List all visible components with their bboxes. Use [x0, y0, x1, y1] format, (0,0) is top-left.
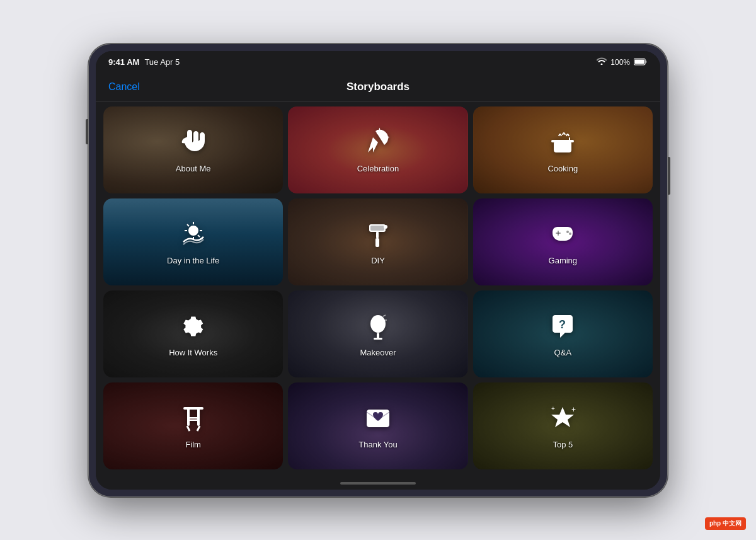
- storyboard-grid-container: About Me: [96, 101, 660, 477]
- celebration-label: Celebration: [357, 164, 399, 173]
- svg-text:?: ?: [559, 318, 566, 331]
- svg-rect-4: [554, 141, 571, 152]
- svg-point-21: [566, 231, 569, 233]
- nav-title: Storyboards: [346, 81, 410, 93]
- grid-item-film[interactable]: Film: [103, 382, 283, 469]
- grid-item-cooking[interactable]: Cooking: [473, 106, 653, 193]
- battery-percent: 100%: [610, 58, 630, 67]
- status-time: 9:41 AM: [108, 57, 139, 67]
- makeover-content: Makeover: [360, 310, 396, 357]
- celebration-content: Celebration: [357, 126, 399, 173]
- cooking-label: Cooking: [547, 164, 578, 173]
- status-bar: 9:41 AM Tue Apr 5 100%: [96, 51, 660, 74]
- svg-rect-20: [558, 231, 559, 236]
- svg-text:+: +: [551, 405, 555, 412]
- day-in-life-content: Day in the Life: [167, 218, 219, 265]
- grid-item-diy[interactable]: DIY: [288, 198, 467, 285]
- storyboard-grid: About Me: [103, 106, 653, 469]
- diy-content: DIY: [362, 218, 394, 265]
- home-indicator: [96, 477, 660, 490]
- cancel-button[interactable]: Cancel: [108, 81, 140, 93]
- film-label: Film: [185, 440, 201, 449]
- gears-icon: [177, 310, 210, 343]
- svg-point-22: [569, 233, 571, 235]
- qa-content: ? Q&A: [546, 310, 579, 357]
- thank-you-content: Thank You: [358, 402, 397, 449]
- gaming-content: Gaming: [546, 218, 579, 265]
- nav-bar: Cancel Storyboards: [96, 74, 660, 101]
- how-it-works-label: How It Works: [169, 348, 217, 357]
- star-icon: + +: [546, 402, 579, 435]
- about-me-content: About Me: [176, 126, 211, 173]
- battery-icon: [634, 57, 648, 68]
- thank-you-label: Thank You: [358, 440, 397, 449]
- chat-question-icon: ?: [546, 310, 579, 343]
- top5-label: Top 5: [553, 440, 573, 449]
- svg-rect-30: [197, 407, 200, 426]
- svg-rect-28: [183, 407, 203, 410]
- grid-item-qa[interactable]: ? Q&A: [473, 290, 653, 377]
- svg-rect-17: [375, 238, 379, 247]
- cooking-content: Cooking: [546, 126, 579, 173]
- svg-rect-31: [190, 418, 197, 420]
- grid-item-day-in-life[interactable]: Day in the Life: [103, 198, 283, 285]
- mirror-icon: [362, 310, 394, 343]
- party-icon: [362, 126, 394, 159]
- svg-rect-25: [374, 338, 382, 340]
- svg-line-13: [198, 235, 200, 237]
- grid-item-top5[interactable]: + + Top 5: [473, 382, 653, 469]
- wave-icon: [177, 126, 210, 159]
- svg-rect-15: [370, 226, 384, 231]
- how-it-works-content: How It Works: [169, 310, 217, 357]
- svg-point-18: [384, 225, 387, 229]
- home-bar: [340, 482, 416, 485]
- top5-content: + + Top 5: [546, 402, 579, 449]
- watermark: php 中文网: [705, 517, 746, 530]
- sun-icon: [177, 218, 210, 251]
- svg-text:+: +: [571, 405, 576, 414]
- svg-rect-1: [646, 60, 647, 63]
- status-date: Tue Apr 5: [144, 57, 180, 67]
- svg-rect-16: [376, 232, 379, 238]
- status-right: 100%: [597, 57, 648, 68]
- makeover-label: Makeover: [360, 348, 396, 357]
- gaming-label: Gaming: [549, 256, 578, 265]
- day-in-life-label: Day in the Life: [167, 256, 219, 265]
- grid-item-makeover[interactable]: Makeover: [288, 290, 467, 377]
- diy-label: DIY: [371, 256, 385, 265]
- ipad-device: 9:41 AM Tue Apr 5 100%: [88, 43, 668, 497]
- svg-point-26: [381, 318, 383, 320]
- envelope-heart-icon: [362, 402, 394, 435]
- device-screen: 9:41 AM Tue Apr 5 100%: [96, 51, 660, 490]
- pot-icon: [546, 126, 579, 159]
- director-chair-icon: [177, 402, 210, 435]
- svg-rect-2: [635, 59, 644, 64]
- wifi-icon: [597, 57, 607, 67]
- svg-rect-5: [551, 140, 574, 142]
- paint-roller-icon: [362, 218, 394, 251]
- grid-item-how-it-works[interactable]: How It Works: [103, 290, 283, 377]
- svg-line-12: [187, 224, 189, 226]
- grid-item-thank-you[interactable]: Thank You: [288, 382, 467, 469]
- svg-rect-29: [187, 407, 190, 426]
- grid-item-gaming[interactable]: Gaming: [473, 198, 653, 285]
- svg-point-7: [188, 226, 198, 236]
- qa-label: Q&A: [554, 348, 571, 357]
- grid-item-celebration[interactable]: Celebration: [288, 106, 467, 193]
- svg-rect-6: [569, 137, 570, 142]
- gamepad-icon: [546, 218, 579, 251]
- svg-point-23: [370, 315, 386, 333]
- grid-item-about-me[interactable]: About Me: [103, 106, 283, 193]
- film-content: Film: [177, 402, 210, 449]
- about-me-label: About Me: [176, 164, 211, 173]
